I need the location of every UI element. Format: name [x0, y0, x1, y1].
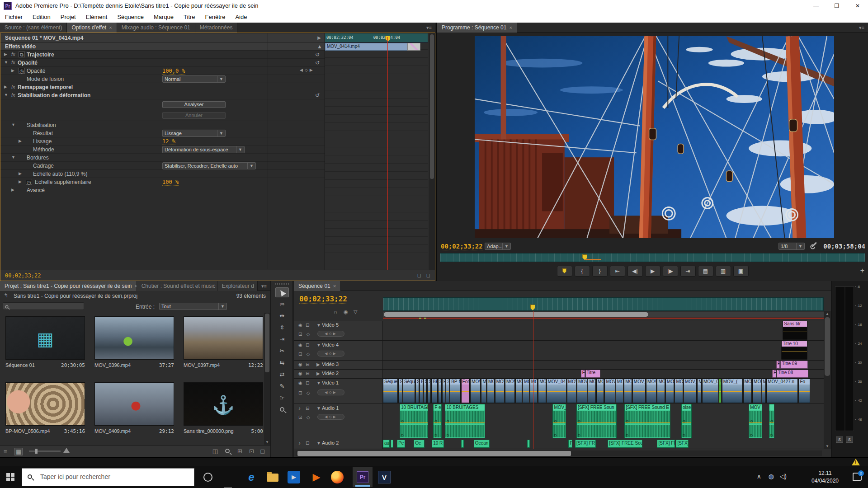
- file-explorer-icon[interactable]: [267, 474, 278, 482]
- tab-bin[interactable]: Chutier : Sound effect et music: [137, 281, 217, 291]
- ripple-edit-tool[interactable]: ⇹: [275, 311, 289, 321]
- twirl-icon[interactable]: ▶: [11, 68, 16, 73]
- twirl-icon[interactable]: ▶: [4, 52, 9, 56]
- twirl-icon[interactable]: ▼: [11, 155, 16, 160]
- audio-clip[interactable]: P: [568, 440, 572, 448]
- track-header-audio2[interactable]: ♪ ⊟ ▼ Audio 2: [294, 439, 383, 449]
- slide-tool[interactable]: ⇄: [275, 370, 289, 380]
- item-name[interactable]: BP-MOV_0506.mp4: [5, 428, 50, 434]
- row-additional-scale[interactable]: ▶ ◷ Echelle supplémentaire 100 %: [0, 178, 325, 186]
- video-clip[interactable]: S: [438, 379, 442, 403]
- menu-item[interactable]: Titre: [179, 12, 200, 23]
- video-clip[interactable]: MOV_0: [702, 379, 718, 403]
- item-name[interactable]: MOV_0397.mp4: [184, 362, 220, 368]
- go-to-out-button[interactable]: ⇥: [680, 266, 696, 277]
- media-play-icon[interactable]: ▶: [309, 470, 324, 484]
- eye-icon[interactable]: ◉: [298, 323, 302, 328]
- track-header-audio1[interactable]: ♪ ⊟ ▼ Audio 1 ⊡ ◇ ◀◇▶: [294, 404, 383, 439]
- reset-icon[interactable]: ↺: [315, 52, 320, 58]
- twirl-icon[interactable]: ▼: [316, 380, 321, 385]
- start-button[interactable]: [6, 473, 14, 481]
- audio-clip[interactable]: [461, 440, 464, 448]
- keyframe-icon[interactable]: ◇: [307, 332, 310, 337]
- effects-video-section[interactable]: Effets vidéo ▲: [0, 42, 325, 51]
- v-app-icon[interactable]: V: [378, 471, 391, 483]
- row-smoothness[interactable]: ▶ Lissage 12 %: [0, 137, 325, 145]
- parent-bin-icon[interactable]: ↰: [4, 292, 8, 299]
- close-button[interactable]: ✕: [847, 0, 868, 12]
- menu-item[interactable]: Aide: [230, 12, 252, 23]
- collapse-section-icon[interactable]: ▲: [317, 43, 322, 50]
- keyframe-icon[interactable]: ◇: [307, 390, 310, 395]
- tray-expand-icon[interactable]: ∧: [757, 473, 761, 480]
- sync-lock-icon[interactable]: ⊟: [306, 406, 309, 411]
- add-marker-button[interactable]: [557, 266, 572, 277]
- search-input[interactable]: [11, 305, 74, 310]
- keyframe-nav-pill[interactable]: ◀◇▶: [317, 389, 344, 395]
- menu-item[interactable]: Elément: [81, 12, 113, 23]
- keyframe-icon[interactable]: ◇: [307, 415, 310, 420]
- track-header-video2[interactable]: ◉ ⊟ ▶ Vidéo 2: [294, 370, 383, 378]
- video-clip[interactable]: MO: [487, 379, 495, 403]
- video-clip[interactable]: MC: [762, 379, 766, 403]
- analyze-button[interactable]: Analyser: [162, 101, 226, 108]
- video-clip[interactable]: !: [719, 379, 722, 403]
- timeline-current-timecode[interactable]: 00;02;33;22: [299, 295, 347, 304]
- video-clip[interactable]: BP-M(: [450, 379, 460, 403]
- keyframe-nav-pill[interactable]: ◀◇▶: [317, 331, 344, 337]
- audio-clip[interactable]: oise G D: [681, 404, 692, 438]
- solo-left-button[interactable]: S: [836, 436, 843, 443]
- export-frame-button[interactable]: ▣: [733, 266, 749, 277]
- zoom-fit-icon[interactable]: ◻: [426, 272, 430, 278]
- effect-row-motion[interactable]: ▶ fx ⧉ Trajectoire ↺: [0, 51, 325, 59]
- title-clip[interactable]: F: [776, 361, 780, 369]
- eye-icon[interactable]: ◉: [298, 362, 302, 367]
- twirl-icon[interactable]: ▼: [316, 406, 321, 411]
- playhead-marker[interactable]: [530, 305, 535, 310]
- twirl-icon[interactable]: ▶: [19, 171, 23, 176]
- eye-icon[interactable]: ◉: [298, 371, 302, 376]
- item-name[interactable]: Séquence 01: [5, 362, 35, 368]
- project-item[interactable]: BP-MOV_0506.mp4 3;45;16: [2, 380, 89, 445]
- stopwatch-icon[interactable]: ◷: [26, 179, 32, 185]
- video-clip[interactable]: S: [398, 379, 402, 403]
- stopwatch-icon[interactable]: ◷: [19, 68, 25, 74]
- row-auto-scale[interactable]: ▶ Echelle auto (110,9 %): [0, 170, 325, 178]
- edge-icon[interactable]: e: [244, 470, 259, 484]
- maximize-button[interactable]: ❐: [826, 0, 847, 12]
- smoothness-value[interactable]: 12 %: [162, 138, 175, 145]
- eye-icon[interactable]: ◉: [298, 343, 302, 347]
- track-select-tool[interactable]: ⇰: [275, 299, 289, 309]
- eye-icon[interactable]: ◉: [298, 380, 302, 385]
- video-clip[interactable]: MOV_0427.n: [766, 379, 798, 403]
- video-clip[interactable]: MO: [657, 379, 665, 403]
- timeline-zoom-scrollbar[interactable]: [383, 312, 824, 317]
- mini-time-ruler[interactable]: 00;02;32;04 00;02;34;04: [325, 33, 428, 42]
- sync-lock-icon[interactable]: ⊟: [306, 371, 309, 376]
- twirl-icon[interactable]: ▶: [19, 139, 23, 143]
- zoom-slider[interactable]: [29, 450, 61, 452]
- video-clip[interactable]: S: [427, 379, 431, 403]
- twirl-icon[interactable]: ▼: [4, 60, 9, 65]
- menu-item[interactable]: Fenêtre: [200, 12, 231, 23]
- transition-segment[interactable]: [407, 43, 421, 51]
- clock[interactable]: 12:11 04/04/2020: [806, 469, 844, 485]
- row-borders-group[interactable]: ▼ Bordures: [0, 154, 325, 162]
- additional-scale-value[interactable]: 100 %: [162, 179, 179, 186]
- method-dropdown[interactable]: ▼Déformation de sous-espace: [162, 146, 245, 153]
- row-advanced[interactable]: ▶ Avancé: [0, 186, 325, 194]
- settings-wrench-icon[interactable]: [811, 242, 817, 247]
- twirl-icon[interactable]: ▶: [316, 362, 320, 367]
- title-clip[interactable]: F: [772, 370, 776, 378]
- video-clip[interactable]: S: [424, 379, 427, 403]
- taskbar-search[interactable]: [22, 468, 194, 486]
- video-clip[interactable]: MOV_: [505, 379, 514, 403]
- solo-right-button[interactable]: S: [846, 436, 853, 443]
- speaker-icon[interactable]: ♪: [298, 441, 301, 446]
- audio-clip[interactable]: 10 BRUITAGES G D: [445, 404, 485, 438]
- effect-row-warp-stabilizer[interactable]: ▼ fx Stabilisation de déformation ↺: [0, 91, 325, 99]
- program-scrubber[interactable]: [440, 253, 865, 262]
- audio-clip[interactable]: MOV_ G D: [552, 404, 566, 438]
- audio-clip[interactable]: [SFX] FREE Soun G D: [576, 404, 617, 438]
- play-around-icon[interactable]: ◻: [417, 272, 421, 278]
